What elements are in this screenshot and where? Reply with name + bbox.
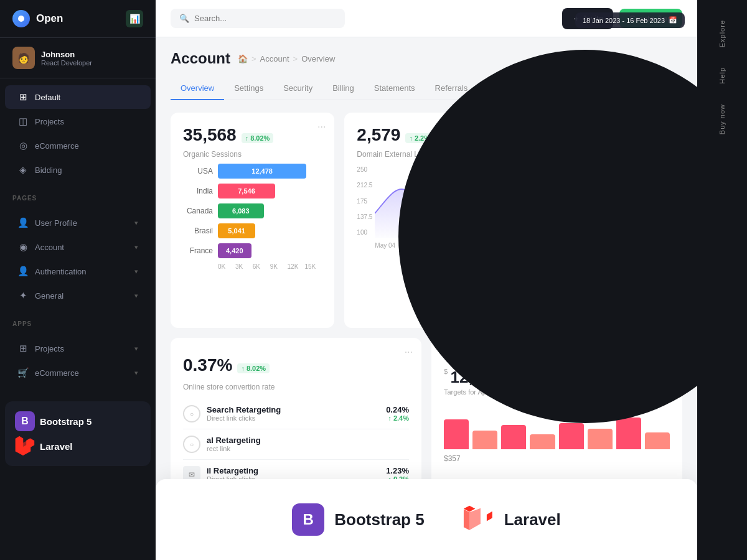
sidebar-item-label: eCommerce: [35, 141, 138, 151]
apps-nav: ⊞ Projects ▾ 🛒 eCommerce ▾: [0, 330, 156, 391]
stat-menu-organic[interactable]: ···: [317, 121, 326, 133]
user-role: React Developer: [41, 59, 92, 67]
projects-icon: ◫: [17, 116, 29, 127]
right-panel: Explore Help Buy now: [697, 0, 747, 560]
chevron-down-icon: ▾: [134, 243, 138, 251]
buy-now-button[interactable]: Buy now: [713, 94, 731, 144]
account-icon: ◉: [17, 241, 29, 253]
laravel-banner-item: Laravel: [462, 503, 561, 536]
gap-change-badge: ↑ 4.5%: [624, 375, 653, 385]
ecommerce-icon: ◎: [17, 140, 29, 151]
sidebar-item-ecommerce-app[interactable]: 🛒 eCommerce ▾: [5, 361, 151, 385]
tab-settings[interactable]: Settings: [224, 77, 273, 100]
bar-1: [444, 419, 469, 449]
bootstrap-banner-item: B Bootstrap 5: [292, 503, 424, 536]
list-item: ○ Search Retargeting Direct link clicks …: [183, 399, 409, 429]
domain-change-badge: ↑ 2.2%: [405, 133, 434, 143]
app-name: Open: [36, 12, 63, 25]
domain-label: Domain External Links: [357, 150, 496, 159]
retargeting-list: ○ Search Retargeting Direct link clicks …: [183, 399, 409, 490]
bootstrap-label: Bootstrap 5: [40, 416, 92, 427]
mini-bar-chart: [444, 412, 670, 449]
ecommerce-app-icon: 🛒: [17, 367, 29, 378]
search-input[interactable]: [194, 14, 336, 23]
linkedin-icon: in: [531, 199, 551, 219]
chevron-down-icon: ▾: [134, 219, 138, 227]
stat-menu-domain[interactable]: ···: [491, 121, 499, 133]
sidebar-item-label: Bidding: [35, 166, 138, 175]
logo-dot-icon: [12, 10, 30, 27]
sidebar-item-label: General: [35, 291, 128, 301]
bar-7: [616, 418, 641, 449]
sidebar-item-label: Projects: [35, 344, 128, 353]
list-item: ▶ YouTube Video Channel 978 ↑ 4.1%: [531, 255, 670, 286]
projects-app-icon: ⊞: [17, 343, 29, 354]
main-nav: ⊞ Default ◫ Projects ◎ eCommerce ◈ Biddi…: [0, 78, 156, 189]
sidebar-item-ecommerce[interactable]: ◎ eCommerce: [5, 134, 151, 157]
amount-label: $357: [444, 454, 670, 463]
breadcrumb-account[interactable]: Account: [260, 54, 289, 63]
monthly-targets-title: Monthly Targets: [444, 350, 670, 360]
bar-3: [501, 425, 526, 449]
sidebar-item-general[interactable]: ✦ General ▾: [5, 284, 151, 307]
search-box[interactable]: 🔍: [171, 9, 345, 28]
sidebar-item-label: Account: [35, 243, 128, 252]
user-icon: 👤: [17, 217, 29, 228]
sidebar-item-account[interactable]: ◉ Account ▾: [5, 235, 151, 259]
laravel-banner-icon: [462, 503, 494, 536]
sidebar-item-label: Authentication: [35, 267, 128, 276]
user-name: Johnson: [41, 50, 92, 59]
gap-label: GAP: [572, 388, 653, 396]
page-title: Account: [171, 50, 230, 67]
sidebar-item-default[interactable]: ⊞ Default: [5, 85, 151, 109]
conversion-value: 0.37%: [183, 355, 232, 375]
actual-april-value: 8,035: [519, 368, 560, 386]
tab-referrals[interactable]: Referrals: [425, 77, 478, 100]
sidebar-item-label: User Profile: [35, 218, 128, 228]
stats-icon[interactable]: 📊: [126, 10, 143, 27]
laravel-label: Laravel: [40, 441, 73, 452]
stat-menu-conversion[interactable]: ···: [405, 347, 413, 358]
svg-rect-0: [537, 235, 540, 238]
chevron-down-icon: ▾: [134, 292, 138, 300]
tab-statements[interactable]: Statements: [364, 77, 425, 100]
organic-sessions-card: ··· 35,568 ↑ 8.02% Organic Sessions USA …: [171, 113, 334, 328]
breadcrumb-overview: Overview: [301, 54, 335, 63]
tabs: Overview Settings Security Billing State…: [171, 77, 682, 100]
tab-billing[interactable]: Billing: [322, 77, 364, 100]
gap-amount: $ 4,684 ↑ 4.5% GAP: [572, 368, 653, 396]
user-card[interactable]: 🧑 Johnson React Developer: [0, 38, 156, 78]
explore-button[interactable]: Explore: [713, 10, 731, 57]
chevron-down-icon: ▾: [134, 345, 138, 353]
tab-overview[interactable]: Overview: [171, 77, 224, 100]
list-item: ○ al Retargeting rect link: [183, 429, 409, 460]
svg-rect-3: [542, 240, 545, 243]
tab-security[interactable]: Security: [273, 77, 322, 100]
app-logo: Open 📊: [0, 0, 156, 38]
bootstrap-banner-text: Bootstrap 5: [334, 510, 424, 530]
sidebar: Open 📊 🧑 Johnson React Developer ⊞ Defau…: [0, 0, 156, 560]
list-item: Slack Messanger 794 ↑ 0.2%: [531, 225, 670, 255]
sidebar-item-projects[interactable]: ◫ Projects: [5, 110, 151, 133]
dribbble-icon: 🏀: [531, 169, 551, 189]
bar-row-france: France 4,420: [183, 243, 322, 258]
date-badge-label: 18 Jan 2023 - 16 Feb 2023: [583, 17, 665, 24]
auth-icon: 👤: [17, 266, 29, 277]
help-button[interactable]: Help: [713, 57, 731, 94]
sidebar-item-user-profile[interactable]: 👤 User Profile ▾: [5, 211, 151, 235]
sidebar-item-authentication[interactable]: 👤 Authentication ▾: [5, 259, 151, 283]
organic-change-badge: ↑ 8.02%: [242, 133, 274, 143]
laravel-banner-text: Laravel: [504, 510, 561, 530]
date-badge: 18 Jan 2023 - 16 Feb 2023 📅: [575, 12, 685, 28]
tab-api-keys[interactable]: API Keys: [477, 77, 530, 100]
organic-label: Organic Sessions: [183, 150, 322, 159]
bottom-row: ··· 0.37% ↑ 8.02% Online store convertio…: [171, 338, 682, 502]
social-label: Visits by Social Networks: [531, 150, 670, 159]
sidebar-item-projects-app[interactable]: ⊞ Projects ▾: [5, 337, 151, 360]
bar-chart: USA 12,478 India 7,546 Canada: [183, 159, 322, 275]
domain-links-card: ··· 2,579 ↑ 2.2% Domain External Links 1…: [344, 113, 508, 328]
tab-logs[interactable]: Logs: [531, 77, 568, 100]
social-visits-card: ··· 5,037 ↑ 2.2% Visits by Social Networ…: [519, 113, 682, 328]
stat-menu-social[interactable]: ···: [665, 121, 674, 133]
sidebar-item-bidding[interactable]: ◈ Bidding: [5, 158, 151, 182]
